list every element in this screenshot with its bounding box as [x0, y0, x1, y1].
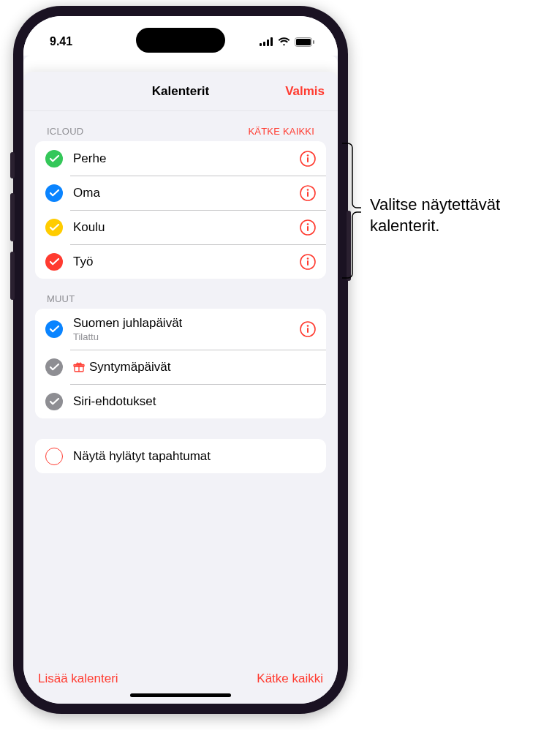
- section-header-other: MUUT: [35, 279, 326, 309]
- callout-bracket-icon: [341, 142, 363, 279]
- callout-text: Valitse näytettävät kalenterit.: [370, 195, 500, 236]
- calendar-row-tyo[interactable]: Työ: [35, 244, 326, 279]
- calendar-label: Suomen juhlapäivät: [73, 316, 300, 331]
- calendars-sheet: Kalenterit Valmis ICLOUD KÄTKE KAIKKI Pe…: [23, 72, 338, 704]
- bottom-toolbar: Lisää kalenteri Kätke kaikki: [23, 661, 338, 704]
- svg-rect-21: [307, 328, 309, 333]
- iphone-frame: 9.41 Kalenterit Valmis ICLOUD KÄTKE KAIK…: [13, 6, 348, 714]
- volume-up-button: [10, 193, 15, 241]
- screen: 9.41 Kalenterit Valmis ICLOUD KÄTKE KAIK…: [23, 16, 338, 704]
- calendar-label: Työ: [73, 255, 300, 269]
- svg-point-14: [307, 223, 309, 225]
- done-button[interactable]: Valmis: [285, 84, 325, 99]
- status-time: 9.41: [50, 35, 72, 48]
- svg-rect-5: [296, 39, 311, 45]
- info-icon[interactable]: [300, 321, 316, 337]
- volume-down-button: [10, 252, 15, 300]
- svg-point-11: [307, 189, 309, 191]
- checkmark-icon: [45, 358, 63, 376]
- calendar-label: Perhe: [73, 151, 300, 166]
- row-label: Näytä hylätyt tapahtumat: [73, 449, 316, 464]
- checkmark-icon: [45, 184, 63, 202]
- icloud-calendar-list: Perhe Oma: [35, 141, 326, 279]
- declined-group: Näytä hylätyt tapahtumat: [35, 439, 326, 473]
- wifi-icon: [278, 37, 290, 46]
- mute-switch: [10, 152, 15, 178]
- calendar-row-koulu[interactable]: Koulu: [35, 210, 326, 244]
- svg-rect-3: [270, 37, 273, 46]
- svg-rect-18: [307, 260, 309, 266]
- add-calendar-button[interactable]: Lisää kalenteri: [38, 671, 118, 686]
- svg-point-20: [307, 325, 309, 327]
- svg-rect-15: [307, 226, 309, 231]
- callout-line2: kalenterit.: [370, 217, 439, 235]
- show-declined-row[interactable]: Näytä hylätyt tapahtumat: [35, 439, 326, 473]
- home-indicator: [130, 693, 231, 697]
- calendar-label: Koulu: [73, 220, 300, 235]
- hide-all-icloud-button[interactable]: KÄTKE KAIKKI: [248, 126, 314, 137]
- svg-rect-9: [307, 157, 309, 162]
- svg-rect-1: [263, 42, 265, 46]
- calendar-row-perhe[interactable]: Perhe: [35, 141, 326, 176]
- sheet-title: Kalenterit: [152, 84, 209, 99]
- calendar-row-birthdays[interactable]: Syntymäpäivät: [35, 350, 326, 384]
- battery-icon: [295, 37, 314, 47]
- info-icon[interactable]: [300, 219, 316, 236]
- svg-point-17: [307, 257, 309, 260]
- section-title: MUUT: [47, 293, 75, 304]
- calendar-row-siri[interactable]: Siri-ehdotukset: [35, 384, 326, 418]
- svg-rect-12: [307, 192, 309, 197]
- hide-all-button[interactable]: Kätke kaikki: [257, 671, 323, 686]
- svg-point-8: [307, 154, 309, 157]
- dynamic-island: [136, 28, 225, 53]
- unchecked-icon: [45, 448, 63, 465]
- calendar-sublabel: Tilattu: [73, 331, 300, 342]
- checkmark-icon: [45, 253, 63, 271]
- callout-line1: Valitse näytettävät: [370, 195, 500, 214]
- sheet-content: ICLOUD KÄTKE KAIKKI Perhe: [23, 111, 338, 661]
- calendar-label: Siri-ehdotukset: [73, 394, 316, 409]
- checkmark-icon: [45, 393, 63, 410]
- checkmark-icon: [45, 320, 63, 338]
- sheet-header: Kalenterit Valmis: [23, 72, 338, 111]
- svg-rect-6: [313, 40, 314, 44]
- checkmark-icon: [45, 150, 63, 168]
- calendar-label: Oma: [73, 186, 300, 200]
- calendar-label: Syntymäpäivät: [89, 360, 171, 375]
- other-calendar-list: Suomen juhlapäivät Tilattu: [35, 309, 326, 418]
- svg-rect-0: [260, 43, 262, 46]
- checkmark-icon: [45, 219, 63, 236]
- calendar-row-oma[interactable]: Oma: [35, 176, 326, 210]
- cellular-icon: [260, 37, 273, 46]
- section-title: ICLOUD: [47, 126, 83, 137]
- section-header-icloud: ICLOUD KÄTKE KAIKKI: [35, 111, 326, 141]
- calendar-row-holidays[interactable]: Suomen juhlapäivät Tilattu: [35, 309, 326, 350]
- info-icon[interactable]: [300, 151, 316, 167]
- info-icon[interactable]: [300, 254, 316, 270]
- svg-rect-2: [267, 39, 269, 46]
- gift-icon: [73, 361, 85, 373]
- info-icon[interactable]: [300, 185, 316, 201]
